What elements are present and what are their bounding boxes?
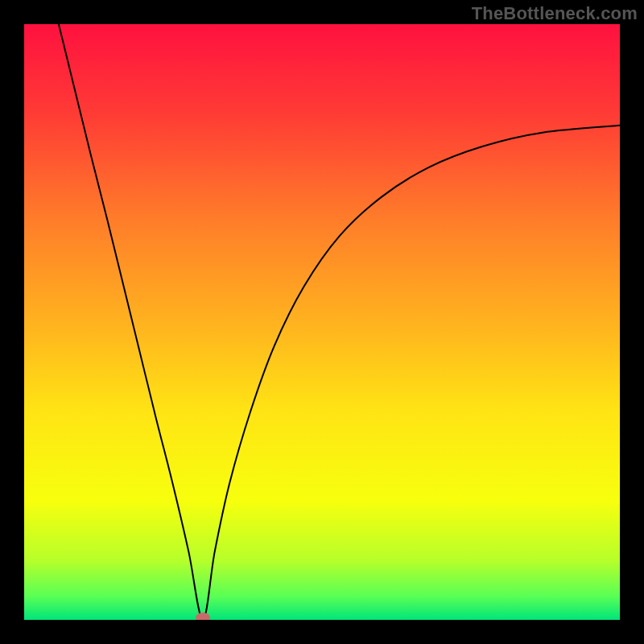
plot-area (24, 24, 620, 620)
gradient-background (24, 24, 620, 620)
bottleneck-chart (24, 24, 620, 620)
watermark-text: TheBottleneck.com (472, 3, 638, 24)
chart-frame: TheBottleneck.com (0, 0, 644, 644)
